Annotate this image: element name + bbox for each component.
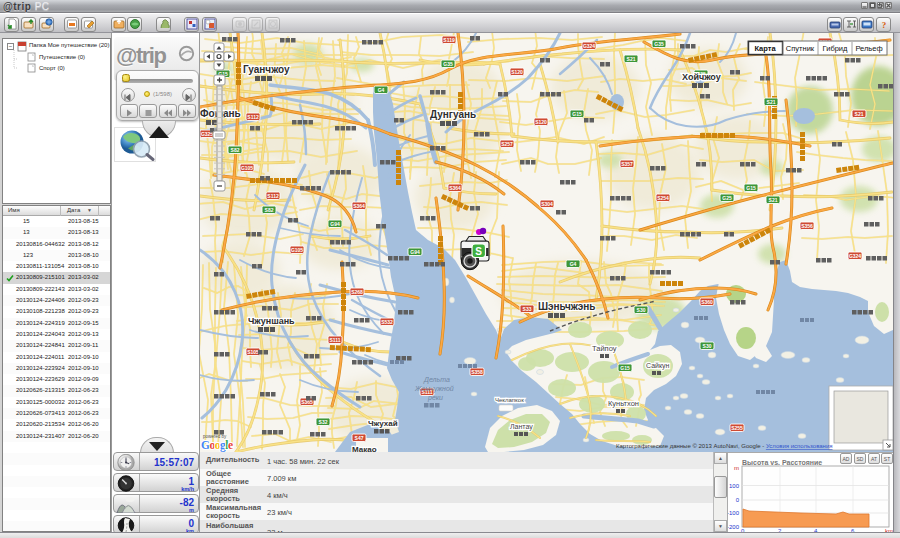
svg-text:G105: G105 <box>241 165 253 171</box>
svg-text:G324: G324 <box>849 253 861 259</box>
svg-text:S112: S112 <box>247 114 259 120</box>
svg-text:G25: G25 <box>722 195 732 201</box>
svg-text:G105: G105 <box>291 247 303 253</box>
svg-text:S254: S254 <box>657 195 669 201</box>
svg-text:Чжуншань: Чжуншань <box>248 316 295 326</box>
svg-text:Лантау: Лантау <box>510 423 533 431</box>
svg-text:S105: S105 <box>247 349 259 355</box>
svg-text:Сайкун: Сайкун <box>646 362 670 370</box>
svg-text:S32: S32 <box>319 419 328 425</box>
svg-text:S532: S532 <box>381 319 393 325</box>
svg-text:Хойчжоу: Хойчжоу <box>682 72 721 82</box>
svg-text:S: S <box>475 246 482 257</box>
svg-text:S21: S21 <box>855 111 864 117</box>
svg-text:Шэньчжэнь: Шэньчжэнь <box>538 301 596 312</box>
svg-text:G324: G324 <box>583 43 595 49</box>
svg-text:S21: S21 <box>767 99 776 105</box>
svg-text:S111: S111 <box>329 337 340 343</box>
svg-text:Куньтхон: Куньтхон <box>608 399 639 408</box>
svg-text:G15: G15 <box>746 185 756 191</box>
svg-text:S21: S21 <box>627 56 636 62</box>
svg-text:S119: S119 <box>443 37 455 43</box>
svg-text:G35: G35 <box>443 61 453 67</box>
svg-text:G35: G35 <box>654 41 664 47</box>
svg-text:S47: S47 <box>355 435 364 441</box>
svg-text:Google: Google <box>201 439 233 452</box>
svg-text:100: 100 <box>729 483 740 489</box>
svg-text:Чжухай: Чжухай <box>368 419 398 428</box>
svg-text:S364: S364 <box>353 203 365 209</box>
svg-text:S120: S120 <box>511 69 523 75</box>
svg-text:G15: G15 <box>572 111 582 117</box>
svg-text:S112: S112 <box>267 193 279 199</box>
svg-text:S33: S33 <box>523 306 532 312</box>
svg-text:G15: G15 <box>620 365 630 371</box>
svg-text:S364: S364 <box>449 185 461 191</box>
svg-text:S358: S358 <box>471 369 483 375</box>
svg-text:-200: -200 <box>728 524 740 530</box>
svg-text:S356: S356 <box>801 223 813 229</box>
svg-text:Спутник: Спутник <box>786 44 815 53</box>
svg-text:Жемчужной: Жемчужной <box>414 385 454 393</box>
svg-text:?: ? <box>881 20 886 30</box>
svg-text:G94: G94 <box>330 221 340 227</box>
svg-text:G4: G4 <box>378 87 385 93</box>
svg-text:Высота vs. Расстояние: Высота vs. Расстояние <box>742 459 822 466</box>
svg-text:G4: G4 <box>570 261 577 267</box>
svg-text:S257: S257 <box>501 141 513 147</box>
svg-text:Гибрид: Гибрид <box>823 44 848 53</box>
svg-text:S21: S21 <box>769 197 778 203</box>
svg-text:S268: S268 <box>351 289 363 295</box>
svg-text:S255: S255 <box>731 425 743 431</box>
svg-text:Дельта: Дельта <box>423 376 450 384</box>
svg-text:Гуанчжоу: Гуанчжоу <box>243 64 290 75</box>
svg-text:Тайпоу: Тайпоу <box>592 344 617 353</box>
svg-text:Рельеф: Рельеф <box>855 44 882 53</box>
svg-text:m: m <box>734 465 739 471</box>
svg-text:S120: S120 <box>535 119 547 125</box>
svg-text:S30: S30 <box>637 307 646 313</box>
svg-text:S357: S357 <box>621 161 633 167</box>
svg-text:Дунгуань: Дунгуань <box>430 109 476 120</box>
svg-text:S30: S30 <box>703 343 712 349</box>
svg-text:G94: G94 <box>410 249 420 255</box>
svg-text:powered by: powered by <box>203 434 227 439</box>
svg-text:Чеклапкок: Чеклапкок <box>495 397 524 403</box>
svg-text:S82: S82 <box>265 207 274 213</box>
svg-text:S360: S360 <box>701 299 713 305</box>
svg-text:Карта: Карта <box>754 44 776 53</box>
svg-text:-100: -100 <box>728 510 740 516</box>
svg-text:S304: S304 <box>541 201 553 207</box>
svg-text:Макао: Макао <box>352 445 377 452</box>
svg-text:реки: реки <box>427 394 443 402</box>
svg-text:S82: S82 <box>231 147 240 153</box>
svg-text:Картографические данные © 2013: Картографические данные © 2013 AutoNavi,… <box>616 443 833 449</box>
